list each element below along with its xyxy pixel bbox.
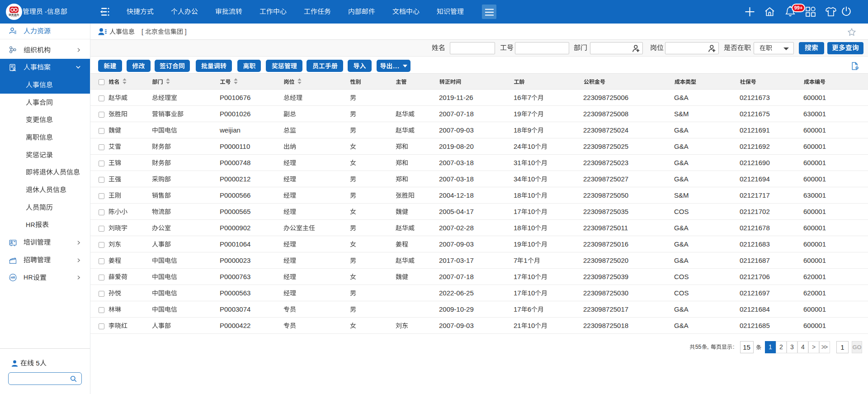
svg-text:HR: HR: [10, 276, 15, 280]
